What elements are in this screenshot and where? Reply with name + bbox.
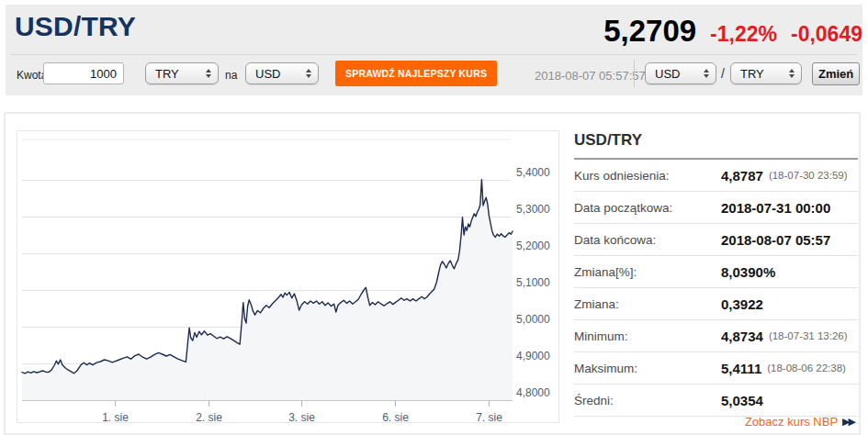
stats-row: Minimum:4,8734(18-07-31 13:26) <box>574 320 858 352</box>
amount-input[interactable] <box>43 62 124 84</box>
chart-canvas[interactable]: 5,40005,30005,20005,10005,00004,90004,80… <box>17 131 558 422</box>
stat-timestamp: (18-07-30 23:59) <box>769 170 848 181</box>
stat-value: 5,4111 <box>721 361 761 376</box>
change-absolute: -0,0649 <box>791 22 862 47</box>
select-arrows-icon <box>206 69 211 78</box>
stat-value: 4,8787 <box>721 168 763 184</box>
stat-label: Data końcowa: <box>574 233 721 247</box>
stats-rows: Kurs odniesienia:4,8787(18-07-30 23:59)D… <box>574 160 858 417</box>
x-axis-label: 3. sie <box>288 411 315 422</box>
stat-label: Data początkowa: <box>574 201 721 215</box>
stat-value: 2018-08-07 05:57 <box>721 232 830 248</box>
stat-label: Minimum: <box>574 329 721 343</box>
stat-value: 0,3922 <box>721 296 763 312</box>
stats-row: Data początkowa:2018-07-31 00:00 <box>574 192 858 224</box>
select-arrows-icon <box>306 69 311 78</box>
double-chevron-right-icon: ▶▶ <box>842 416 854 428</box>
current-quote: 5,2709 -1,22% -0,0649 <box>603 14 862 49</box>
toolbar-divider <box>634 60 635 87</box>
stat-label: Maksimum: <box>574 362 721 375</box>
stats-row: Data końcowa:2018-08-07 05:57 <box>574 224 858 256</box>
y-axis-label: 5,0000 <box>516 313 550 326</box>
nbp-link-label: Zobacz kurs NBP <box>745 415 838 429</box>
stat-timestamp: (18-07-31 13:26) <box>769 330 848 341</box>
stat-label: Kurs odniesienia: <box>574 169 721 183</box>
y-axis-label: 4,8000 <box>516 386 550 399</box>
stat-value: 4,8734 <box>721 329 763 344</box>
stats-row: Średni:5,0354 <box>574 385 858 417</box>
to-currency-value: USD <box>255 67 280 81</box>
select-arrows-icon <box>704 69 709 78</box>
from-currency-select[interactable]: TRY <box>145 62 219 84</box>
header-divider <box>11 54 857 55</box>
pair-separator: / <box>721 66 725 81</box>
x-axis-label: 7. sie <box>476 411 502 422</box>
pair-base-value: USD <box>655 67 680 81</box>
x-axis-label: 1. sie <box>102 411 129 422</box>
series-area <box>22 180 513 400</box>
stat-value: 5,0354 <box>721 393 763 408</box>
rate-chart[interactable]: 5,40005,30005,20005,10005,00004,90004,80… <box>17 130 559 423</box>
quote-timestamp: 2018-08-07 05:57:57 <box>535 69 646 83</box>
change-percent: -1,22% <box>710 22 777 47</box>
stats-row: Maksimum:5,4111(18-08-06 22:38) <box>574 352 858 385</box>
stat-label: Zmiana[%]: <box>574 265 721 279</box>
pair-quote-select[interactable]: TRY <box>730 62 802 84</box>
stats-row: Kurs odniesienia:4,8787(18-07-30 23:59) <box>574 160 858 192</box>
check-best-rate-button[interactable]: SPRAWDŹ NAJLEPSZY KURS <box>335 61 497 86</box>
y-axis-label: 5,1000 <box>516 276 550 289</box>
stats-panel: USD/TRY Kurs odniesienia:4,8787(18-07-30… <box>574 132 858 417</box>
stat-label: Średni: <box>574 394 721 407</box>
x-axis-label: 6. sie <box>382 411 409 422</box>
y-axis-label: 5,4000 <box>516 166 550 179</box>
to-currency-select[interactable]: USD <box>245 62 319 84</box>
stat-value: 8,0390% <box>721 264 775 280</box>
stat-label: Zmiana: <box>574 297 721 311</box>
change-pair-button[interactable]: Zmień <box>812 62 860 85</box>
pair-base-select[interactable]: USD <box>645 62 716 84</box>
y-axis-label: 5,2000 <box>516 240 550 252</box>
stat-value: 2018-07-31 00:00 <box>721 200 830 216</box>
stats-row: Zmiana:0,3922 <box>574 288 858 320</box>
nbp-rate-link[interactable]: Zobacz kurs NBP ▶▶ <box>745 415 854 429</box>
y-axis-label: 4,9000 <box>516 350 550 362</box>
from-currency-value: TRY <box>155 67 179 81</box>
y-axis-label: 5,3000 <box>516 203 550 216</box>
current-rate: 5,2709 <box>603 14 696 49</box>
to-label: na <box>225 69 237 82</box>
select-arrows-icon <box>789 69 795 78</box>
stats-title: USD/TRY <box>574 132 858 149</box>
stat-timestamp: (18-08-06 22:38) <box>767 362 846 374</box>
quote-header: USD/TRY 5,2709 -1,22% -0,0649 Kwota TRY … <box>6 5 862 95</box>
stats-row: Zmiana[%]:8,0390% <box>574 256 858 288</box>
x-axis-label: 2. sie <box>196 411 222 422</box>
pair-quote-value: TRY <box>740 67 764 81</box>
page-title: USD/TRY <box>15 11 136 42</box>
